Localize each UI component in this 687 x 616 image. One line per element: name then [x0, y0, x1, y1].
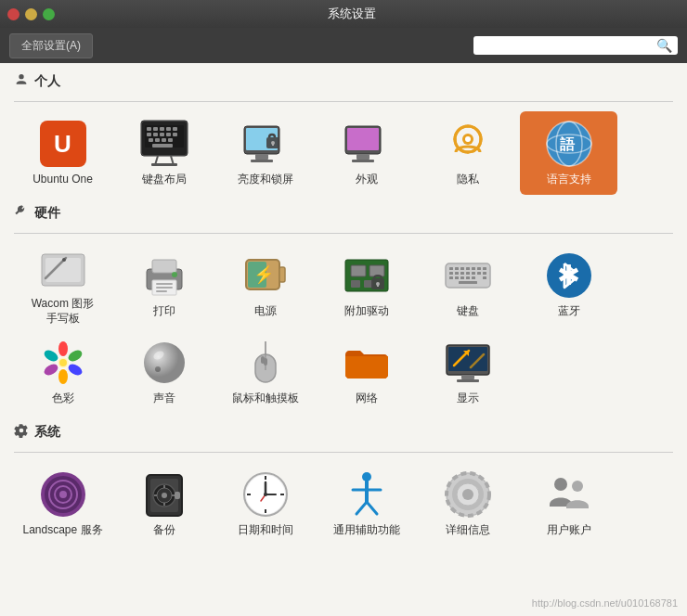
display-label: 显示	[457, 391, 479, 406]
bluetooth-label: 蓝牙	[558, 304, 580, 319]
svg-rect-14	[149, 138, 153, 142]
svg-rect-25	[251, 160, 273, 162]
grid-item-network[interactable]: 网络	[318, 330, 415, 414]
brightness-label: 亮度和锁屏	[238, 173, 293, 187]
users-label: 用户账户	[547, 523, 591, 538]
search-input[interactable]	[479, 39, 656, 52]
svg-rect-12	[166, 133, 171, 136]
svg-rect-11	[160, 133, 164, 136]
grid-item-keyboard-layout[interactable]: 键盘布局	[115, 111, 213, 195]
search-icon: 🔍	[656, 38, 672, 53]
wrench-icon	[14, 204, 29, 222]
svg-rect-70	[477, 267, 481, 270]
section-label-personal: 个人	[34, 73, 60, 90]
svg-line-137	[356, 502, 367, 514]
grid-item-backup[interactable]: 备份	[115, 462, 213, 545]
grid-item-drivers[interactable]: 附加驱动	[318, 243, 415, 327]
minimize-button[interactable]	[25, 8, 37, 20]
svg-rect-75	[466, 272, 470, 275]
section-label-hardware: 硬件	[34, 205, 60, 222]
grid-item-ubuntu-one[interactable]: UUbuntu One	[14, 111, 111, 195]
svg-rect-84	[483, 276, 486, 279]
svg-point-113	[59, 491, 67, 498]
svg-text:⚡: ⚡	[253, 264, 275, 285]
title-bar: 系统设置	[0, 0, 687, 28]
grid-item-keyboard[interactable]: 键盘	[419, 243, 516, 327]
grid-item-info[interactable]: 详细信息	[419, 462, 516, 545]
print-icon	[139, 250, 189, 301]
grid-item-power[interactable]: ⚡ 电源	[216, 243, 314, 327]
keyboard-label: 键盘	[457, 304, 479, 319]
svg-rect-53	[279, 267, 285, 282]
grid-item-datetime[interactable]: 日期和时间	[216, 462, 314, 545]
info-icon	[443, 469, 493, 520]
toolbar: 全部设置(A) 🔍	[0, 28, 687, 63]
svg-point-118	[162, 493, 167, 498]
backup-label: 备份	[153, 523, 175, 538]
lang-support-icon: 語	[544, 119, 594, 169]
svg-rect-32	[352, 160, 374, 162]
svg-text:語: 語	[560, 135, 576, 152]
close-button[interactable]	[7, 8, 19, 20]
all-settings-button[interactable]: 全部设置(A)	[9, 33, 93, 58]
section-label-system: 系统	[34, 424, 60, 441]
svg-rect-71	[483, 267, 486, 270]
backup-icon	[139, 469, 189, 520]
svg-point-133	[264, 493, 267, 496]
grid-item-print[interactable]: 打印	[115, 243, 213, 327]
items-grid-hardware: Wacom 图形手写板 打印 ⚡ 电源	[14, 243, 673, 414]
users-icon	[544, 469, 594, 520]
grid-item-display[interactable]: 显示	[419, 330, 516, 414]
svg-rect-28	[272, 143, 274, 146]
svg-rect-24	[255, 154, 268, 160]
items-grid-personal: UUbuntu One 键盘布局	[14, 111, 673, 195]
svg-rect-6	[160, 127, 164, 131]
items-grid-system: Landscape 服务 备份	[14, 462, 673, 545]
svg-rect-82	[466, 276, 470, 279]
drivers-icon	[342, 250, 392, 301]
grid-item-appearance[interactable]: 外观	[318, 111, 415, 195]
appearance-label: 外观	[356, 173, 378, 187]
grid-item-accessibility[interactable]: 通用辅助功能	[318, 462, 415, 545]
grid-item-brightness[interactable]: 亮度和锁屏	[216, 111, 314, 195]
lang-support-label: 语言支持	[547, 173, 591, 187]
grid-item-lang-support[interactable]: 語 语言支持	[520, 111, 617, 195]
sound-label: 声音	[153, 391, 175, 406]
gear-icon	[14, 423, 29, 441]
ubuntu-one-label: Ubuntu One	[32, 173, 93, 187]
appearance-icon	[342, 119, 392, 169]
grid-item-wacom[interactable]: Wacom 图形手写板	[14, 243, 111, 327]
svg-point-99	[155, 366, 161, 372]
watermark: http://blog.csdn.net/u010168781	[532, 597, 678, 609]
grid-item-users[interactable]: 用户账户	[520, 462, 617, 545]
grid-item-landscape[interactable]: Landscape 服务	[14, 462, 111, 545]
maximize-button[interactable]	[43, 8, 55, 20]
svg-rect-18	[152, 144, 173, 148]
svg-rect-49	[156, 287, 173, 289]
grid-item-bluetooth[interactable]: ✱ 蓝牙	[520, 243, 617, 327]
svg-rect-107	[461, 375, 474, 379]
grid-item-color[interactable]: 色彩	[14, 330, 111, 414]
svg-rect-8	[173, 127, 177, 131]
network-label: 网络	[356, 391, 378, 406]
svg-rect-15	[155, 138, 160, 142]
wacom-label: Wacom 图形手写板	[32, 297, 95, 326]
svg-rect-69	[472, 267, 475, 270]
search-box: 🔍	[473, 36, 678, 55]
svg-rect-66	[455, 267, 459, 270]
mouse-label: 鼠标和触摸板	[232, 391, 299, 406]
grid-item-mouse[interactable]: 鼠标和触摸板	[216, 330, 314, 414]
svg-rect-5	[153, 127, 158, 131]
svg-point-145	[572, 481, 583, 492]
svg-point-92	[58, 369, 68, 384]
datetime-label: 日期和时间	[238, 523, 293, 538]
svg-point-97	[144, 342, 185, 383]
main-content: 个人UUbuntu One 键盘布局	[0, 63, 687, 616]
grid-item-privacy[interactable]: 隐私	[419, 111, 516, 195]
svg-rect-50	[156, 290, 167, 292]
grid-item-sound[interactable]: 声音	[115, 330, 213, 414]
keyboard-icon	[443, 250, 493, 301]
svg-rect-4	[147, 127, 151, 131]
svg-rect-17	[168, 138, 173, 142]
svg-point-44	[62, 258, 66, 262]
